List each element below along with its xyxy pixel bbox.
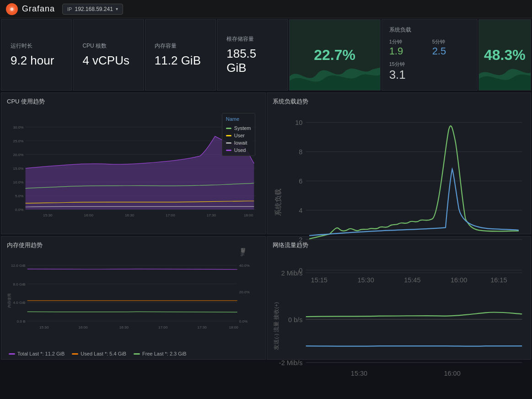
svg-text:17:00: 17:00	[166, 213, 175, 217]
svg-text:4: 4	[299, 207, 302, 214]
cpu-chart-title: CPU 使用趋势	[7, 97, 260, 106]
cpu-chart-panel: CPU 使用趋势 30.0% 25.0% 20.0% 15.0% 10.0% 5…	[1, 92, 266, 234]
svg-text:6: 6	[299, 178, 302, 185]
charts-row-1: CPU 使用趋势 30.0% 25.0% 20.0% 15.0% 10.0% 5…	[0, 92, 532, 235]
svg-text:8: 8	[299, 148, 302, 156]
iowait-legend-label: Iowait	[234, 140, 247, 146]
svg-text:12.0 GiB: 12.0 GiB	[11, 264, 26, 268]
svg-text:4.0 GiB: 4.0 GiB	[13, 301, 26, 305]
user-legend-label: User	[234, 133, 245, 138]
net-chart-body: 发送(-) 流量 接收(+) 2 Mib/s 0 b/s -2 Mib/s 15…	[273, 252, 526, 399]
svg-text:16:00: 16:00	[84, 213, 94, 217]
ip-selector[interactable]: IP 192.168.59.241 ▾	[62, 4, 123, 15]
svg-text:16:00: 16:00	[444, 370, 460, 377]
right-axis-label: 占使用率%	[240, 252, 246, 256]
load-chart-panel: 系统负载趋势 10 8 6 4 2 0 系统负载 15:15	[267, 92, 532, 234]
svg-text:15.0%: 15.0%	[13, 167, 24, 171]
svg-text:17:30: 17:30	[207, 213, 216, 217]
system-legend-label: System	[234, 125, 251, 131]
svg-text:0.0%: 0.0%	[15, 208, 23, 212]
disk-value: 185.5 GiB	[226, 47, 278, 75]
load-grid: 1分钟 1.9 5分钟 2.5	[389, 38, 470, 57]
stats-row: 运行时长 9.2 hour CPU 核数 4 vCPUs 内存容量 11.2 G…	[0, 18, 532, 92]
load-15m-value: 3.1	[389, 68, 470, 82]
used-legend-dot	[226, 150, 231, 151]
mem-chart-title: 内存使用趋势	[7, 241, 260, 249]
svg-text:5.0%: 5.0%	[15, 194, 23, 198]
svg-text:16:00: 16:00	[78, 325, 88, 329]
legend-title: Name	[226, 116, 251, 122]
svg-text:20.0%: 20.0%	[239, 290, 250, 294]
svg-text:20.0%: 20.0%	[13, 153, 24, 157]
legend-used: Used	[226, 147, 251, 153]
charts-row-2: 内存使用趋势 内存使用 12.0 GiB 8.0 GiB 4.0 GiB 0.0…	[0, 235, 532, 361]
load-15m: 15分钟 3.1	[389, 61, 470, 82]
legend-user: User	[226, 133, 251, 138]
svg-text:0.0%: 0.0%	[239, 319, 247, 324]
uptime-value: 9.2 hour	[11, 54, 62, 68]
header: Grafana IP 192.168.59.241 ▾	[0, 0, 532, 18]
cpu-value: 4 vCPUs	[82, 54, 134, 68]
svg-text:15:30: 15:30	[43, 213, 53, 217]
cpu-label: CPU 核数	[82, 42, 134, 50]
svg-text:30.0%: 30.0%	[13, 125, 24, 129]
load-5m-value: 2.5	[432, 45, 470, 57]
svg-text:发送(-) 流量 接收(+): 发送(-) 流量 接收(+)	[273, 302, 279, 350]
ip-value: 192.168.59.241	[75, 6, 113, 12]
svg-text:17:00: 17:00	[158, 325, 168, 329]
svg-text:-2 Mib/s: -2 Mib/s	[279, 359, 302, 367]
svg-text:0.0 B: 0.0 B	[17, 319, 26, 324]
svg-text:10: 10	[295, 119, 302, 126]
disk-gauge-card: 48.3%	[478, 19, 531, 91]
mem-chart-body: 内存使用 12.0 GiB 8.0 GiB 4.0 GiB 0.0 B 40.0…	[7, 252, 260, 349]
svg-text:16:30: 16:30	[125, 213, 134, 217]
net-chart-svg: 发送(-) 流量 接收(+) 2 Mib/s 0 b/s -2 Mib/s 15…	[273, 252, 526, 399]
stat-uptime: 运行时长 9.2 hour	[1, 19, 72, 91]
svg-text:10.0%: 10.0%	[13, 180, 24, 184]
disk-label: 根存储容量	[226, 35, 278, 43]
mem-chart-panel: 内存使用趋势 内存使用 12.0 GiB 8.0 GiB 4.0 GiB 0.0…	[1, 236, 266, 360]
grafana-logo-icon	[5, 3, 18, 16]
load-1m-label: 1分钟 1.9	[389, 38, 427, 57]
system-load-card: 系统负载 1分钟 1.9 5分钟 2.5 15分钟 3.1	[382, 19, 478, 91]
load-5m-label: 5分钟 2.5	[432, 38, 470, 57]
svg-text:18:00: 18:00	[244, 213, 253, 217]
svg-text:17:30: 17:30	[197, 325, 207, 329]
mem-used-legend: Used Last *: 5.4 GiB	[72, 351, 126, 356]
dropdown-arrow: ▾	[116, 6, 118, 11]
load-card-title: 系统负载	[389, 26, 470, 34]
net-chart-panel: 网络流量趋势 发送(-) 流量 接收(+) 2 Mib/s 0 b/s -2 M…	[267, 236, 532, 360]
svg-text:内存使用: 内存使用	[7, 293, 11, 308]
svg-text:15:30: 15:30	[350, 370, 367, 377]
uptime-label: 运行时长	[11, 42, 62, 50]
svg-text:18:00: 18:00	[229, 325, 238, 329]
load-chart-title: 系统负载趋势	[273, 97, 526, 106]
cpu-legend: Name System User Iowait Used	[222, 113, 255, 156]
mem-legend-footer: Total Last *: 11.2 GiB Used Last *: 5.4 …	[7, 351, 260, 356]
mem-chart-svg: 内存使用 12.0 GiB 8.0 GiB 4.0 GiB 0.0 B 40.0…	[7, 252, 260, 349]
svg-text:0 b/s: 0 b/s	[288, 316, 302, 324]
legend-system: System	[226, 125, 251, 131]
mem-total-legend: Total Last *: 11.2 GiB	[9, 351, 64, 356]
load-1m-value: 1.9	[389, 45, 427, 57]
mem-value: 11.2 GiB	[155, 54, 206, 68]
system-legend-dot	[226, 128, 231, 129]
legend-iowait: Iowait	[226, 140, 251, 146]
logo-area: Grafana	[5, 3, 55, 16]
ip-label: IP	[67, 6, 72, 12]
cpu-gauge-value: 22.7%	[314, 47, 355, 64]
stat-mem: 内存容量 11.2 GiB	[145, 19, 216, 91]
stat-cpu: CPU 核数 4 vCPUs	[73, 19, 144, 91]
disk-gauge-value: 48.3%	[484, 47, 526, 64]
svg-text:15:30: 15:30	[39, 325, 49, 329]
iowait-legend-dot	[226, 142, 231, 144]
cpu-gauge-card: 22.7%	[289, 19, 381, 91]
stat-disk: 根存储容量 185.5 GiB	[217, 19, 288, 91]
svg-text:系统负载: 系统负载	[274, 189, 282, 216]
app-title: Grafana	[22, 4, 55, 14]
svg-text:2 Mib/s: 2 Mib/s	[281, 270, 302, 277]
mem-free-legend: Free Last *: 2.3 GiB	[134, 351, 187, 356]
cpu-chart-body: 30.0% 25.0% 20.0% 15.0% 10.0% 5.0% 0.0% …	[7, 108, 260, 231]
svg-text:2: 2	[299, 236, 302, 243]
mem-label: 内存容量	[155, 42, 206, 50]
